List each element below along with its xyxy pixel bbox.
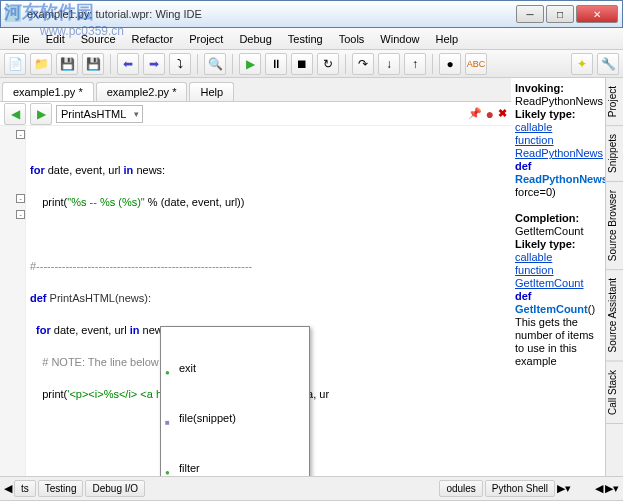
nav-back-button[interactable]: ◀ (4, 103, 26, 125)
forward-button[interactable]: ➡ (143, 53, 165, 75)
type-link[interactable]: callable (515, 121, 552, 133)
ac-item[interactable]: exit (161, 359, 309, 377)
fold-marker[interactable]: - (16, 194, 25, 203)
info-heading: Invoking: (515, 82, 564, 94)
vtab-source-browser[interactable]: Source Browser (606, 182, 623, 270)
func-icon (165, 363, 175, 373)
step-in-button[interactable]: ↓ (378, 53, 400, 75)
nav-fwd-button[interactable]: ▶ (30, 103, 52, 125)
btab-testing[interactable]: Testing (38, 480, 84, 497)
func-link[interactable]: function GetItemCount (515, 264, 583, 289)
vertical-tabs: Project Snippets Source Browser Source A… (605, 78, 623, 476)
menu-refactor[interactable]: Refactor (124, 31, 182, 47)
python-icon[interactable]: ✦ (571, 53, 593, 75)
info-heading: Completion: (515, 212, 579, 224)
ac-item[interactable]: filter (161, 459, 309, 476)
btab-modules[interactable]: odules (439, 480, 482, 497)
app-icon (5, 6, 21, 22)
info-heading: Likely type: (515, 108, 576, 120)
search-button[interactable]: 🔍 (204, 53, 226, 75)
main-area: example1.py * example2.py * Help ◀ ▶ Pri… (0, 78, 623, 476)
new-file-button[interactable]: 📄 (4, 53, 26, 75)
editor-toolbar: ◀ ▶ PrintAsHTML 📌 ● ✖ (0, 102, 511, 126)
scroll-left-icon[interactable]: ◀ (4, 482, 12, 495)
tab-example1[interactable]: example1.py * (2, 82, 94, 101)
minimize-button[interactable]: ─ (516, 5, 544, 23)
vtab-snippets[interactable]: Snippets (606, 126, 623, 182)
btab-python-shell[interactable]: Python Shell (485, 480, 555, 497)
tab-help[interactable]: Help (189, 82, 234, 101)
info-value: ReadPythonNews (515, 95, 603, 107)
pin-icon[interactable]: 📌 (468, 107, 482, 120)
window-controls: ─ □ ✕ (516, 5, 618, 23)
info-value: GetItemCount (515, 225, 583, 237)
btab-debug-io[interactable]: Debug I/O (85, 480, 145, 497)
toolbar: 📄 📁 💾 💾 ⬅ ➡ ⤵ 🔍 ▶ ⏸ ⏹ ↻ ↷ ↓ ↑ ● ABC ✦ 🔧 (0, 50, 623, 78)
fold-marker[interactable]: - (16, 210, 25, 219)
vtab-project[interactable]: Project (606, 78, 623, 126)
scroll-right-icon[interactable]: ▶▾ (605, 482, 619, 495)
menu-file[interactable]: File (4, 31, 38, 47)
save-button[interactable]: 💾 (56, 53, 78, 75)
open-button[interactable]: 📁 (30, 53, 52, 75)
gutter: - - - (0, 126, 26, 476)
run-button[interactable]: ▶ (239, 53, 261, 75)
vtab-source-assistant[interactable]: Source Assistant (606, 270, 623, 361)
watermark-url: www.pc0359.cn (40, 24, 124, 38)
btab-ts[interactable]: ts (14, 480, 36, 497)
func-link[interactable]: function ReadPythonNews (515, 134, 603, 159)
editor-tabs: example1.py * example2.py * Help (0, 78, 511, 102)
close-button[interactable]: ✕ (576, 5, 618, 23)
autocomplete-popup: exit file(snippet) filter float force= f… (160, 326, 310, 476)
scroll-right-icon[interactable]: ▶▾ (557, 482, 571, 495)
pause-button[interactable]: ⏸ (265, 53, 287, 75)
code-editor[interactable]: - - - for date, event, url in news: prin… (0, 126, 511, 476)
type-link[interactable]: callable (515, 251, 552, 263)
editor-area: example1.py * example2.py * Help ◀ ▶ Pri… (0, 78, 511, 476)
restart-button[interactable]: ↻ (317, 53, 339, 75)
record-icon[interactable]: ● (486, 106, 494, 122)
right-panel: Invoking: ReadPythonNews Likely type: ca… (511, 78, 623, 476)
window-title: example1.py: tutorial.wpr: Wing IDE (27, 8, 516, 20)
maximize-button[interactable]: □ (546, 5, 574, 23)
info-heading: Likely type: (515, 238, 576, 250)
symbol-combo[interactable]: PrintAsHTML (56, 105, 143, 123)
source-assistant-panel: Invoking: ReadPythonNews Likely type: ca… (511, 78, 605, 476)
step-over-button[interactable]: ↷ (352, 53, 374, 75)
back-button[interactable]: ⬅ (117, 53, 139, 75)
menu-project[interactable]: Project (181, 31, 231, 47)
ac-item[interactable]: file(snippet) (161, 409, 309, 427)
bottom-tabs: ◀ ts Testing Debug I/O odules Python She… (0, 476, 623, 500)
tab-example2[interactable]: example2.py * (96, 82, 188, 101)
menu-help[interactable]: Help (427, 31, 466, 47)
close-tab-icon[interactable]: ✖ (498, 107, 507, 120)
scroll-left-icon[interactable]: ◀ (595, 482, 603, 495)
breakpoint-button[interactable]: ● (439, 53, 461, 75)
tool-button[interactable]: 🔧 (597, 53, 619, 75)
step-out-button[interactable]: ↑ (404, 53, 426, 75)
menu-testing[interactable]: Testing (280, 31, 331, 47)
menu-tools[interactable]: Tools (331, 31, 373, 47)
abc-button[interactable]: ABC (465, 53, 487, 75)
goto-button[interactable]: ⤵ (169, 53, 191, 75)
fold-marker[interactable]: - (16, 130, 25, 139)
menu-window[interactable]: Window (372, 31, 427, 47)
save-all-button[interactable]: 💾 (82, 53, 104, 75)
menu-debug[interactable]: Debug (231, 31, 279, 47)
snippet-icon (165, 413, 175, 423)
vtab-call-stack[interactable]: Call Stack (606, 362, 623, 424)
info-desc: This gets the number of items to use in … (515, 316, 601, 368)
func-icon (165, 463, 175, 473)
stop-button[interactable]: ⏹ (291, 53, 313, 75)
